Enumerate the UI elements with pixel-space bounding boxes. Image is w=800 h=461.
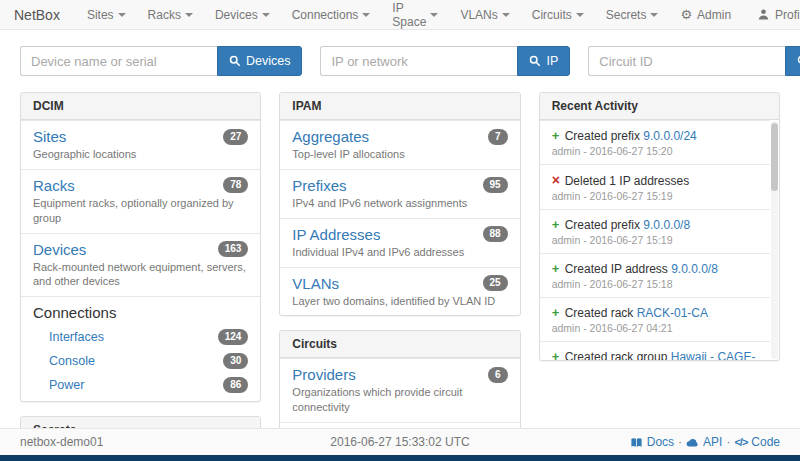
dcim-item-list: Sites 27 Geographic locations Racks 78 E…	[21, 120, 260, 296]
gear-icon: ⚙	[680, 8, 692, 21]
panel-item-description: Individual IPv4 and IPv6 addresses	[292, 245, 507, 260]
panel-item-link[interactable]: IP Addresses	[292, 226, 380, 243]
panel-item-description: Geographic locations	[33, 147, 248, 162]
device-search-group: Devices	[20, 46, 302, 76]
activity-meta: admin - 2016-06-27 15:19	[552, 190, 766, 202]
panel-item-link[interactable]: Aggregates	[292, 128, 369, 145]
ipam-panel: IPAM Aggregates 7 Top-level IP allocatio…	[279, 92, 520, 316]
connection-link[interactable]: Power	[49, 378, 84, 392]
main-content: DCIM Sites 27 Geographic locations Racks	[0, 92, 800, 461]
activity-object-link[interactable]: 9.0.0.0/8	[671, 262, 718, 276]
nav-item[interactable]: Sites	[76, 0, 137, 29]
dcim-panel-title: DCIM	[21, 93, 260, 120]
panel-item: Devices 163 Rack-mounted network equipme…	[21, 233, 260, 297]
count-badge: 78	[223, 177, 248, 193]
nav-item[interactable]: Racks	[137, 0, 204, 29]
activity-item: Created rack RACK-01-CA admin - 2016-06-…	[540, 297, 770, 341]
activity-action: Created prefix	[565, 218, 644, 232]
activity-scrollbar-thumb[interactable]	[771, 123, 778, 191]
activity-item: Deleted 1 IP addresses admin - 2016-06-2…	[540, 164, 770, 209]
nav-item[interactable]: Connections	[281, 0, 382, 29]
column-ipam: IPAM Aggregates 7 Top-level IP allocatio…	[279, 92, 520, 461]
panel-item-description: Layer two domains, identified by VLAN ID	[292, 294, 507, 309]
activity-object-link[interactable]: 9.0.0.0/8	[643, 218, 690, 232]
activity-meta: admin - 2016-06-27 15:20	[552, 145, 766, 157]
connection-sub-item: Interfaces 124	[21, 325, 260, 349]
activity-item: Created IP address 9.0.0.0/8 admin - 201…	[540, 253, 770, 297]
plus-icon	[552, 305, 565, 320]
ip-search-group: IP	[320, 46, 570, 76]
recent-activity-title: Recent Activity	[540, 93, 779, 120]
circuit-search-button[interactable]: Circuits	[785, 46, 800, 76]
panel-item-description: Top-level IP allocations	[292, 147, 507, 162]
panel-item-link[interactable]: Sites	[33, 128, 66, 145]
ipam-item-list: Aggregates 7 Top-level IP allocations Pr…	[280, 120, 519, 315]
chevron-down-icon	[502, 13, 510, 17]
panel-item-link[interactable]: Racks	[33, 177, 75, 194]
activity-scrollbar	[771, 121, 778, 359]
activity-action: Created IP address	[565, 262, 672, 276]
nav-item[interactable]: VLANs	[449, 0, 520, 29]
activity-list: Created prefix 9.0.0.0/24 admin - 2016-0…	[540, 120, 770, 360]
panel-item: Sites 27 Geographic locations	[21, 120, 260, 169]
count-badge: 95	[483, 177, 508, 193]
panel-item: IP Addresses 88 Individual IPv4 and IPv6…	[280, 218, 519, 267]
chevron-down-icon	[650, 13, 658, 17]
circuit-search-input[interactable]	[588, 46, 785, 76]
dcim-panel: DCIM Sites 27 Geographic locations Racks	[20, 92, 261, 402]
count-badge: 124	[218, 329, 249, 345]
api-link[interactable]: API	[686, 435, 722, 449]
connection-link[interactable]: Console	[49, 354, 95, 368]
nav-item[interactable]: Circuits	[521, 0, 595, 29]
activity-action: Deleted 1 IP addresses	[565, 174, 690, 188]
count-badge: 88	[483, 226, 508, 242]
footer: netbox-demo01 2016-06-27 15:33:02 UTC Do…	[0, 428, 800, 455]
code-link[interactable]: </> Code	[734, 435, 780, 449]
docs-link[interactable]: Docs	[630, 435, 674, 449]
ip-search-input[interactable]	[320, 46, 517, 76]
circuits-panel-title: Circuits	[280, 331, 519, 358]
panel-item-link[interactable]: Devices	[33, 241, 86, 258]
device-search-input[interactable]	[20, 46, 217, 76]
panel-item-description: IPv4 and IPv6 network assignments	[292, 196, 507, 211]
brand-logo[interactable]: NetBox	[14, 7, 60, 23]
activity-object-link[interactable]: RACK-01-CA	[637, 306, 708, 320]
nav-item[interactable]: IP Space	[381, 0, 449, 29]
code-icon: </>	[734, 436, 747, 448]
activity-action: Created rack	[565, 306, 637, 320]
search-icon	[229, 55, 241, 67]
activity-object-link[interactable]: 9.0.0.0/24	[643, 129, 696, 143]
device-search-button[interactable]: Devices	[217, 46, 302, 76]
profile-link[interactable]: Profile	[746, 8, 800, 22]
panel-item-link[interactable]: Providers	[292, 366, 355, 383]
top-navbar: NetBox Sites Racks Devices Connections I…	[0, 0, 800, 30]
panel-item-link[interactable]: VLANs	[292, 275, 339, 292]
nav-item[interactable]: Devices	[204, 0, 281, 29]
activity-action: Created rack group	[565, 350, 671, 360]
nav-item[interactable]: Secrets	[595, 0, 670, 29]
user-icon	[757, 8, 770, 21]
activity-item: Created rack group Hawaii - CAGE-DH1-01 …	[540, 341, 770, 360]
recent-activity-panel: Recent Activity Created prefix 9.0.0.0/2…	[539, 92, 780, 361]
search-icon	[529, 55, 541, 67]
chevron-down-icon	[576, 13, 584, 17]
delete-icon	[552, 172, 565, 188]
ipam-panel-title: IPAM	[280, 93, 519, 120]
nav-menu: Sites Racks Devices Connections IP Space…	[76, 0, 670, 29]
nav-right: ⚙ Admin Profile Log out	[669, 1, 800, 29]
panel-item-link[interactable]: Prefixes	[292, 177, 346, 194]
connection-link[interactable]: Interfaces	[49, 330, 104, 344]
count-badge: 25	[483, 275, 508, 291]
footer-separator: ·	[678, 435, 682, 449]
connection-sub-item: Console 30	[21, 349, 260, 373]
chevron-down-icon	[118, 13, 126, 17]
ip-search-button[interactable]: IP	[517, 46, 570, 76]
panel-item: VLANs 25 Layer two domains, identified b…	[280, 267, 519, 316]
plus-icon	[552, 349, 565, 360]
circuit-search-group: Circuits	[588, 46, 800, 76]
admin-link[interactable]: ⚙ Admin	[669, 8, 742, 22]
activity-meta: admin - 2016-06-27 15:18	[552, 278, 766, 290]
panel-item-description: Equipment racks, optionally organized by…	[33, 196, 248, 226]
panel-item: Racks 78 Equipment racks, optionally org…	[21, 169, 260, 233]
count-badge: 163	[218, 241, 249, 257]
